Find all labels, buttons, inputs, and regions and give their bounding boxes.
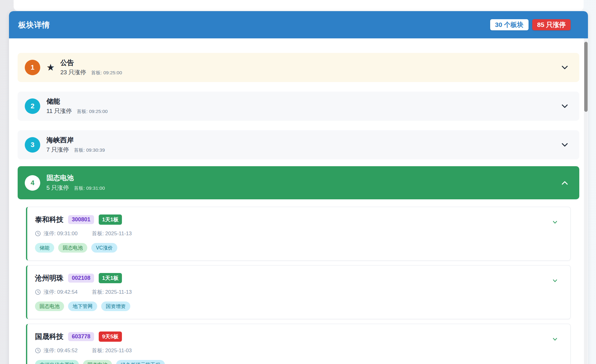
first-board-date: 首板: 2025-11-13 — [92, 288, 132, 296]
concept-tag[interactable]: 非洲光伏大基地 — [35, 360, 79, 364]
clock-icon — [35, 289, 41, 295]
first-board-date: 首板: 2025-11-13 — [92, 230, 132, 237]
sector-text: 固态电池 5 只涨停 首板: 09:31:00 — [46, 174, 105, 192]
stock-name: 泰和科技 — [35, 215, 63, 224]
sector-limitup-count: 7 只涨停 — [46, 146, 69, 154]
stock-name: 沧州明珠 — [35, 273, 63, 283]
sector-text: 储能 11 只涨停 首板: 09:25:00 — [46, 97, 108, 115]
concept-tag[interactable]: 地下管网 — [68, 301, 97, 311]
stock-card-cangzhoumingzhu[interactable]: 沧州明珠 002108 1天1板 涨停: 09:42:54 首板: 2025-1… — [26, 265, 571, 319]
sector-name: 公告 — [60, 58, 122, 67]
sector-name: 储能 — [46, 97, 108, 106]
rank-badge: 4 — [25, 175, 40, 191]
chevron-down-icon[interactable] — [561, 65, 568, 70]
first-board-date: 首板: 2025-11-03 — [92, 347, 132, 354]
rank-badge: 1 — [25, 60, 40, 75]
chevron-down-icon[interactable] — [553, 336, 557, 342]
chevron-down-icon[interactable] — [561, 143, 568, 147]
panel-header: 板块详情 30 个板块 85 只涨停 — [9, 11, 588, 38]
chevron-up-icon[interactable] — [561, 181, 568, 185]
clock-icon — [35, 348, 41, 353]
concept-tag[interactable]: 绿色低碳示范工程 — [116, 360, 165, 364]
sector-row-chuneng[interactable]: 2 储能 11 只涨停 首板: 09:25:00 — [18, 92, 579, 121]
page-title: 板块详情 — [18, 20, 50, 30]
previous-card-edge — [14, 0, 584, 11]
scrollbar-thumb[interactable] — [584, 42, 588, 112]
sector-name: 海峡西岸 — [46, 136, 105, 145]
streak-badge: 9天5板 — [99, 332, 122, 342]
sector-row-gutaidianchi[interactable]: 4 固态电池 5 只涨停 首板: 09:31:00 — [18, 166, 579, 199]
sector-limitup-count: 5 只涨停 — [46, 184, 69, 192]
streak-badge: 1天1板 — [99, 214, 122, 225]
limit-up-time: 涨停: 09:42:54 — [44, 288, 78, 296]
limit-up-count-badge: 85 只涨停 — [532, 19, 571, 30]
concept-tag[interactable]: 固态电池 — [35, 301, 64, 311]
concept-tag[interactable]: 国资增资 — [101, 301, 130, 311]
star-icon: ★ — [46, 63, 55, 72]
limit-up-time: 涨停: 09:31:00 — [44, 230, 78, 237]
limit-up-time: 涨停: 09:45:52 — [44, 347, 78, 354]
stock-card-taihekeji[interactable]: 泰和科技 300801 1天1板 涨停: 09:31:00 首板: 2025-1… — [26, 207, 571, 261]
sector-detail-panel: 板块详情 30 个板块 85 只涨停 1 ★ 公告 23 只涨停 首板: 09:… — [9, 11, 588, 364]
concept-tag[interactable]: 固态电池 — [58, 243, 87, 253]
rank-badge: 2 — [25, 98, 40, 114]
sector-first-board: 首板: 09:31:00 — [74, 185, 105, 192]
streak-badge: 1天1板 — [99, 273, 122, 283]
sector-first-board: 首板: 09:25:00 — [91, 70, 122, 76]
rank-badge: 3 — [25, 137, 40, 153]
sector-limitup-count: 11 只涨停 — [46, 107, 72, 115]
sector-limitup-count: 23 只涨停 — [60, 68, 86, 76]
chevron-down-icon[interactable] — [553, 219, 557, 225]
concept-tag[interactable]: 固态电池 — [83, 360, 112, 364]
sector-row-haixia[interactable]: 3 海峡西岸 7 只涨停 首板: 09:30:39 — [18, 130, 579, 159]
sector-count-badge: 30 个板块 — [490, 19, 529, 30]
sector-text: 公告 23 只涨停 首板: 09:25:00 — [60, 58, 122, 77]
stock-code-badge: 002108 — [68, 274, 94, 283]
concept-tag[interactable]: 储能 — [35, 243, 54, 253]
stock-list: 泰和科技 300801 1天1板 涨停: 09:31:00 首板: 2025-1… — [26, 207, 571, 364]
stock-card-guoshengkeji[interactable]: 国晟科技 603778 9天5板 涨停: 09:45:52 首板: 2025-1… — [26, 324, 571, 364]
stock-code-badge: 300801 — [68, 215, 94, 224]
stock-code-badge: 603778 — [68, 332, 94, 341]
header-badges: 30 个板块 85 只涨停 — [490, 19, 571, 30]
concept-tag[interactable]: VC涨价 — [91, 243, 117, 253]
sector-first-board: 首板: 09:30:39 — [74, 147, 105, 154]
chevron-down-icon[interactable] — [553, 278, 557, 284]
sector-list: 1 ★ 公告 23 只涨停 首板: 09:25:00 2 储能 11 只涨停 首… — [9, 38, 588, 364]
sector-first-board: 首板: 09:25:00 — [77, 108, 108, 115]
stock-name: 国晟科技 — [35, 332, 63, 341]
sector-name: 固态电池 — [46, 174, 105, 182]
clock-icon — [35, 231, 41, 236]
sector-row-gonggao[interactable]: 1 ★ 公告 23 只涨停 首板: 09:25:00 — [18, 53, 579, 82]
sector-text: 海峡西岸 7 只涨停 首板: 09:30:39 — [46, 136, 105, 154]
chevron-down-icon[interactable] — [561, 104, 568, 108]
